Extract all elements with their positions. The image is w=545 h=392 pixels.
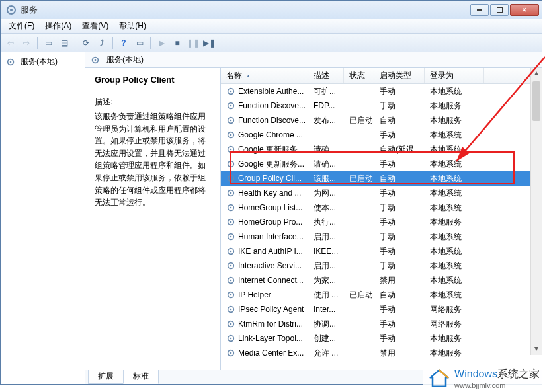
cell-logon: 本地系统 [425, 130, 484, 141]
cell-name: Link-Layer Topol... [221, 334, 308, 343]
svg-point-41 [230, 338, 232, 340]
table-row[interactable]: Health Key and ...为网...手动本地系统 [221, 186, 542, 200]
export-button[interactable]: ⤴ [95, 36, 109, 50]
show-hide-tree-button[interactable]: ▭ [41, 36, 56, 50]
table-row[interactable]: Link-Layer Topol...创建...手动本地服务 [221, 331, 542, 346]
svg-point-15 [230, 149, 232, 151]
detail-desc: 该服务负责通过组策略组件应用管理员为计算机和用户配置的设置。如果停止或禁用该服务… [95, 110, 210, 209]
action-button[interactable]: ▭ [132, 36, 147, 50]
refresh-button[interactable]: ⟳ [79, 36, 93, 50]
gear-icon [226, 174, 235, 183]
cell-startup: 手动 [374, 231, 425, 243]
cell-desc: 该服... [308, 173, 344, 184]
table-row[interactable]: Media Center Ex...允许 ...禁用本地服务 [221, 346, 542, 360]
gear-icon [226, 232, 235, 241]
menu-action[interactable]: 操作(A) [40, 19, 77, 33]
cell-logon: 本地服务 [425, 217, 484, 228]
cell-name: KtmRm for Distri... [221, 319, 308, 329]
right-header: 服务(本地) [85, 52, 542, 68]
window-title: 服务 [21, 4, 470, 16]
table-row[interactable]: HomeGroup Pro...执行...手动本地服务 [221, 215, 542, 229]
cell-name: Interactive Servi... [221, 261, 308, 270]
tree-root[interactable]: 服务(本地) [3, 55, 82, 69]
menu-view[interactable]: 查看(V) [77, 19, 114, 33]
restart-button[interactable]: ▶❚ [202, 36, 216, 50]
cell-logon: 本地服务 [425, 115, 484, 126]
cell-startup: 禁用 [374, 275, 425, 286]
tree-root-label: 服务(本地) [21, 56, 58, 67]
cell-logon: 本地系统 [425, 173, 484, 184]
properties-button[interactable]: ▤ [57, 36, 71, 50]
table-row[interactable]: KtmRm for Distri...协调...手动网络服务 [221, 317, 542, 331]
gear-icon [91, 56, 100, 65]
cell-name: Google 更新服务... [221, 159, 308, 170]
menu-help[interactable]: 帮助(H) [114, 19, 151, 33]
table-row[interactable]: IKE and AuthIP I...IKEE...手动本地系统 [221, 244, 542, 258]
start-button[interactable]: ▶ [154, 36, 169, 50]
stop-button[interactable]: ■ [170, 36, 185, 50]
list-body[interactable]: Extensible Authe...可扩...手动本地系统Function D… [221, 84, 542, 370]
table-row[interactable]: Human Interface...启用...手动本地系统 [221, 229, 542, 244]
svg-point-3 [10, 61, 12, 63]
scroll-up-button[interactable]: ▴ [531, 68, 542, 79]
table-row[interactable]: HomeGroup List...使本...手动本地系统 [221, 200, 542, 215]
titlebar: 服务 [1, 1, 542, 19]
table-row[interactable]: IP Helper使用 ...已启动自动本地系统 [221, 288, 542, 302]
table-row[interactable]: Function Discove...FDP...手动本地服务 [221, 98, 542, 113]
cell-logon: 本地系统 [425, 246, 484, 257]
table-row[interactable]: IPsec Policy AgentInter...手动网络服务 [221, 302, 542, 317]
cell-status: 已启动 [344, 290, 374, 301]
cell-name: Function Discove... [221, 116, 308, 125]
col-status[interactable]: 状态 [344, 68, 374, 83]
table-row[interactable]: Google 更新服务...请确...手动本地系统 [221, 157, 542, 171]
maximize-button[interactable] [490, 4, 509, 16]
back-button[interactable]: ⇦ [3, 36, 18, 50]
help-button[interactable]: ? [116, 36, 131, 50]
table-row[interactable]: Interactive Servi...启用...手动本地系统 [221, 258, 542, 273]
cell-startup: 手动 [374, 304, 425, 315]
cell-startup: 手动 [374, 319, 425, 330]
cell-startup: 手动 [374, 217, 425, 228]
cell-logon: 本地系统 [425, 260, 484, 272]
gear-icon [226, 203, 235, 212]
vertical-scrollbar[interactable]: ▴ ▾ [530, 68, 542, 355]
col-desc[interactable]: 描述 [308, 68, 344, 83]
tab-extended[interactable]: 扩展 [88, 370, 124, 384]
pause-button[interactable]: ❚❚ [186, 36, 200, 50]
cell-name: Health Key and ... [221, 188, 308, 198]
list-header: 名称 描述 状态 启动类型 登录为 [221, 68, 542, 84]
scroll-thumb[interactable] [532, 81, 540, 121]
cell-startup: 手动 [374, 100, 425, 112]
svg-point-35 [230, 294, 232, 296]
svg-point-23 [230, 207, 232, 209]
cell-name: Human Interface... [221, 232, 308, 241]
cell-name: HomeGroup List... [221, 203, 308, 212]
col-startup[interactable]: 启动类型 [374, 68, 425, 83]
table-row[interactable]: Function Discove...发布...已启动自动本地服务 [221, 113, 542, 128]
cell-logon: 本地系统 [425, 144, 484, 155]
cell-name: Function Discove... [221, 101, 308, 110]
forward-button[interactable]: ⇨ [19, 36, 34, 50]
col-name[interactable]: 名称 [221, 68, 308, 83]
cell-logon: 本地系统 [425, 188, 484, 199]
cell-name: Extensible Authe... [221, 87, 308, 96]
cell-name: IP Helper [221, 290, 308, 299]
table-row[interactable]: Internet Connect...为家...禁用本地系统 [221, 273, 542, 288]
cell-logon: 本地服务 [425, 100, 484, 112]
cell-desc: 创建... [308, 333, 344, 344]
scroll-down-button[interactable]: ▾ [531, 344, 542, 355]
gear-icon [226, 290, 235, 299]
table-row[interactable]: Group Policy Cli...该服...已启动自动本地系统 [221, 171, 542, 186]
gear-icon [6, 58, 15, 67]
svg-point-27 [230, 236, 232, 238]
table-row[interactable]: Google 更新服务...请确...自动(延迟...本地系统 [221, 142, 542, 157]
cell-desc: 协调... [308, 319, 344, 330]
menu-file[interactable]: 文件(F) [3, 19, 40, 33]
close-button[interactable] [510, 4, 539, 16]
table-row[interactable]: Google Chrome ...手动本地系统 [221, 128, 542, 142]
table-row[interactable]: Extensible Authe...可扩...手动本地系统 [221, 84, 542, 98]
col-logon[interactable]: 登录为 [425, 68, 484, 83]
tab-standard[interactable]: 标准 [123, 370, 159, 384]
cell-startup: 手动 [374, 86, 425, 97]
minimize-button[interactable] [470, 4, 489, 16]
